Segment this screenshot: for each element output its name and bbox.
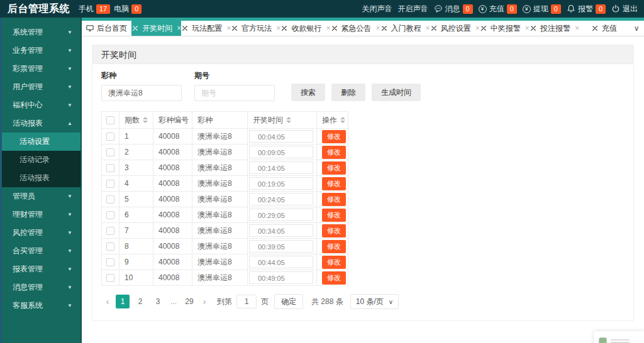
edit-button[interactable]: 修改: [322, 256, 346, 269]
draw-time-input[interactable]: 00:39:05: [249, 240, 313, 253]
tab-收款银行[interactable]: 收款银行×: [280, 21, 330, 36]
alarm-count: 0: [596, 4, 606, 14]
edit-button[interactable]: 修改: [322, 224, 346, 237]
goto-page-input[interactable]: [236, 295, 257, 308]
tab-投注报警[interactable]: 投注报警×: [530, 21, 579, 36]
sidebar-item-活动报表[interactable]: 活动报表▲: [0, 114, 80, 133]
cell-issue-number: 1: [119, 129, 153, 144]
sidebar-item-用户管理[interactable]: 用户管理▼: [0, 78, 80, 96]
submenu-item-活动设置[interactable]: 活动设置: [0, 133, 80, 151]
prev-page-icon[interactable]: ‹: [101, 297, 114, 307]
edit-button[interactable]: 修改: [322, 177, 346, 190]
close-icon[interactable]: ×: [376, 24, 380, 33]
sidebar-item-福利中心[interactable]: 福利中心▼: [0, 96, 80, 114]
close-icon[interactable]: ×: [326, 24, 330, 33]
sort-icon[interactable]: [286, 117, 291, 123]
sidebar-item-系统管理[interactable]: 系统管理▼: [0, 23, 80, 41]
close-icon[interactable]: ×: [177, 24, 181, 33]
tab-overflow-button[interactable]: ∨: [629, 21, 644, 36]
close-icon[interactable]: ×: [525, 24, 530, 33]
sidebar-item-合买管理[interactable]: 合买管理▼: [0, 242, 80, 260]
close-icon[interactable]: ×: [276, 24, 280, 33]
close-icon[interactable]: ×: [475, 24, 480, 33]
row-checkbox[interactable]: [106, 227, 114, 235]
draw-time-input[interactable]: 00:34:05: [249, 224, 313, 237]
draw-time-input[interactable]: 00:24:05: [249, 193, 313, 205]
tab-玩法配置[interactable]: 玩法配置×: [181, 21, 231, 36]
tab-开奖时间[interactable]: 开奖时间×: [131, 21, 181, 36]
left-edge-strip: [0, 18, 2, 343]
select-all-checkbox[interactable]: [106, 116, 114, 124]
tab-入门教程[interactable]: 入门教程×: [380, 21, 430, 36]
withdraw-button[interactable]: ¥ 提现 0: [523, 4, 561, 14]
sound-on-button[interactable]: 开启声音: [398, 4, 428, 14]
sidebar-item-label: 风控管理: [13, 227, 67, 238]
row-checkbox[interactable]: [106, 148, 114, 156]
logout-button[interactable]: 退出: [611, 4, 638, 14]
page-2[interactable]: 2: [133, 295, 147, 308]
submenu-item-活动报表[interactable]: 活动报表: [0, 169, 80, 187]
page-size-select[interactable]: 10 条/页 ∨: [350, 294, 399, 309]
sidebar-item-风控管理[interactable]: 风控管理▼: [0, 224, 80, 242]
service-widget[interactable]: [594, 331, 644, 343]
next-page-icon[interactable]: ›: [198, 297, 211, 307]
draw-time-input[interactable]: 00:44:05: [249, 256, 313, 268]
draw-time-input[interactable]: 00:04:05: [249, 130, 313, 143]
close-icon[interactable]: ×: [426, 24, 430, 33]
row-checkbox[interactable]: [106, 180, 114, 188]
row-checkbox[interactable]: [106, 211, 114, 219]
row-checkbox[interactable]: [106, 258, 114, 266]
edit-button[interactable]: 修改: [322, 193, 346, 206]
tab-中奖报警[interactable]: 中奖报警×: [480, 21, 530, 36]
tab-官方玩法[interactable]: 官方玩法×: [231, 21, 280, 36]
edit-button[interactable]: 修改: [322, 271, 346, 285]
messages-button[interactable]: 消息 0: [434, 4, 473, 14]
column-header-期数: 期数: [119, 112, 153, 129]
sidebar-item-理财管理[interactable]: 理财管理▼: [0, 205, 80, 224]
goto-confirm-button[interactable]: 确定: [274, 294, 303, 309]
sidebar-item-管理员[interactable]: 管理员▼: [0, 187, 80, 205]
sidebar-item-客服系统[interactable]: 客服系统▼: [0, 297, 80, 315]
lottery-input[interactable]: [101, 85, 182, 101]
close-icon[interactable]: ×: [226, 24, 231, 33]
edit-button[interactable]: 修改: [322, 240, 346, 253]
sidebar-item-业务管理[interactable]: 业务管理▼: [0, 41, 80, 60]
page-3[interactable]: 3: [151, 295, 165, 308]
cell-lottery-code: 40008: [153, 192, 192, 207]
tab-home[interactable]: 后台首页: [82, 21, 131, 36]
generate-time-button[interactable]: 生成时间: [372, 84, 421, 101]
edit-button[interactable]: 修改: [322, 130, 346, 143]
row-checkbox[interactable]: [106, 164, 114, 172]
draw-time-input[interactable]: 00:49:05: [249, 271, 313, 284]
draw-time-input[interactable]: 00:09:05: [249, 146, 313, 158]
alarm-button[interactable]: 报警 0: [567, 4, 606, 14]
recharge-button[interactable]: ¥ 充值 0: [479, 4, 517, 14]
draw-time-input[interactable]: 00:29:05: [249, 209, 313, 221]
sidebar-item-消息管理[interactable]: 消息管理▼: [0, 278, 80, 297]
sidebar-item-报表管理[interactable]: 报表管理▼: [0, 260, 80, 278]
sidebar-item-彩票管理[interactable]: 彩票管理▼: [0, 60, 80, 78]
search-button[interactable]: 搜索: [291, 84, 325, 101]
edit-button[interactable]: 修改: [322, 161, 346, 175]
page-29[interactable]: 29: [182, 295, 196, 308]
draw-time-input[interactable]: 00:14:05: [249, 161, 313, 174]
draw-time-input[interactable]: 00:19:05: [249, 177, 313, 190]
delete-button[interactable]: 删除: [331, 84, 365, 101]
tab-紧急公告[interactable]: 紧急公告×: [330, 21, 380, 36]
row-checkbox[interactable]: [106, 274, 114, 282]
close-icon[interactable]: ×: [575, 24, 579, 33]
row-checkbox[interactable]: [106, 133, 114, 141]
sound-off-button[interactable]: 关闭声音: [362, 4, 392, 14]
tab-label: 中奖报警: [491, 23, 521, 34]
row-checkbox[interactable]: [106, 242, 114, 251]
page-1[interactable]: 1: [116, 295, 130, 308]
issue-input[interactable]: [194, 85, 275, 101]
sort-icon[interactable]: [340, 117, 345, 123]
submenu-item-活动记录[interactable]: 活动记录: [0, 151, 80, 169]
edit-button[interactable]: 修改: [322, 209, 346, 222]
row-checkbox[interactable]: [106, 195, 114, 204]
tab-充值[interactable]: 充值: [579, 21, 629, 36]
tab-风控设置[interactable]: 风控设置×: [430, 21, 480, 36]
sort-icon[interactable]: [143, 117, 148, 123]
edit-button[interactable]: 修改: [322, 146, 346, 159]
